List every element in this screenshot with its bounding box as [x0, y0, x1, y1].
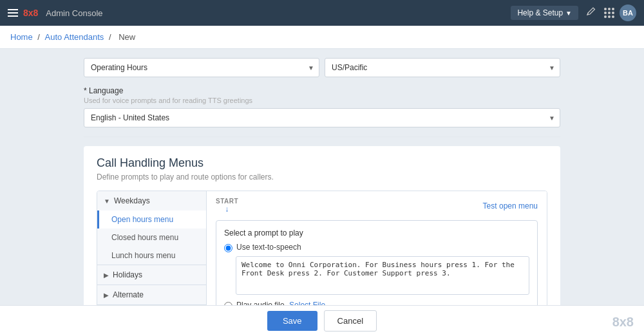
help-setup-label: Help & Setup	[517, 8, 563, 17]
top-navigation: 8x8 Admin Console Help & Setup ▼ BA	[0, 0, 644, 26]
weekdays-label: Weekdays	[114, 196, 150, 205]
call-handling-subtitle: Define prompts to play and route options…	[97, 173, 547, 182]
holidays-label: Holidays	[113, 270, 142, 279]
prompt-card-title: Select a prompt to play	[224, 229, 529, 238]
alternate-label: Alternate	[113, 290, 144, 299]
operating-hours-select[interactable]: Operating Hours	[84, 58, 319, 77]
form-top-row: Operating Hours ▼ US/Pacific ▼	[84, 58, 560, 77]
sidebar-group-weekdays: ▼ Weekdays Open hours menu Closed hours …	[97, 191, 206, 265]
nav-right: Help & Setup ▼ BA	[511, 5, 636, 22]
bottom-logo-text: 8x8	[612, 315, 634, 329]
sidebar-item-open-hours[interactable]: Open hours menu	[97, 210, 206, 229]
operating-hours-wrapper: Operating Hours ▼	[84, 58, 319, 77]
language-select[interactable]: English - United States	[84, 108, 560, 127]
help-setup-button[interactable]: Help & Setup ▼	[511, 6, 578, 20]
timezone-select[interactable]: US/Pacific	[325, 58, 560, 77]
breadcrumb: Home / Auto Attendants / New	[0, 26, 644, 49]
logo-8x8-text: 8x8	[23, 8, 38, 18]
main-content: Operating Hours ▼ US/Pacific ▼ * Languag…	[0, 49, 644, 336]
breadcrumb-auto-attendants[interactable]: Auto Attendants	[45, 32, 104, 42]
sidebar-item-closed-hours[interactable]: Closed hours menu	[97, 229, 206, 247]
breadcrumb-sep2: /	[109, 32, 113, 42]
sidebar-weekdays-header[interactable]: ▼ Weekdays	[97, 191, 206, 210]
sidebar-holidays-header[interactable]: ▶ Holidays	[97, 265, 206, 285]
app-logo: 8x8	[23, 8, 38, 18]
console-title: Admin Console	[46, 8, 102, 18]
save-button[interactable]: Save	[267, 311, 317, 331]
start-label: START ↓	[216, 198, 238, 214]
breadcrumb-current: New	[118, 32, 135, 42]
language-wrapper: English - United States ▼	[84, 108, 560, 127]
compose-icon-button[interactable]	[583, 5, 599, 22]
sidebar-group-alternate: ▶ Alternate	[97, 285, 206, 305]
user-avatar-button[interactable]: BA	[620, 5, 636, 21]
section-divider	[84, 136, 560, 137]
breadcrumb-home[interactable]: Home	[10, 32, 33, 42]
language-label: * Language	[84, 86, 560, 95]
bottom-logo: 8x8	[612, 315, 634, 330]
nav-left: 8x8 Admin Console	[8, 8, 103, 18]
cancel-button[interactable]: Cancel	[324, 310, 377, 331]
start-arrow-icon: ↓	[216, 205, 238, 214]
dropdown-arrow-icon: ▼	[565, 10, 572, 17]
breadcrumb-sep1: /	[37, 32, 42, 42]
sidebar-group-holidays: ▶ Holidays	[97, 265, 206, 285]
radio-tts-option: Use text-to-speech	[224, 243, 529, 252]
radio-tts-input[interactable]	[224, 244, 232, 252]
hamburger-icon[interactable]	[8, 9, 18, 17]
language-section: * Language Used for voice prompts and fo…	[84, 86, 560, 127]
alternate-chevron-icon: ▶	[104, 292, 109, 299]
language-hint: Used for voice prompts and for reading T…	[84, 97, 560, 104]
sidebar-alternate-header[interactable]: ▶ Alternate	[97, 285, 206, 304]
menu-content-header: START ↓ Test open menu	[216, 198, 538, 214]
call-handling-title: Call Handling Menus	[97, 156, 547, 170]
holidays-chevron-icon: ▶	[104, 272, 109, 279]
radio-tts-label: Use text-to-speech	[236, 243, 301, 252]
timezone-wrapper: US/Pacific ▼	[325, 58, 560, 77]
grid-icon[interactable]	[604, 8, 614, 18]
sidebar-item-lunch-hours[interactable]: Lunch hours menu	[97, 247, 206, 265]
footer: Save Cancel	[0, 305, 644, 336]
weekdays-chevron-icon: ▼	[104, 198, 110, 205]
test-open-menu-button[interactable]: Test open menu	[483, 201, 538, 210]
tts-textarea[interactable]	[236, 256, 529, 295]
